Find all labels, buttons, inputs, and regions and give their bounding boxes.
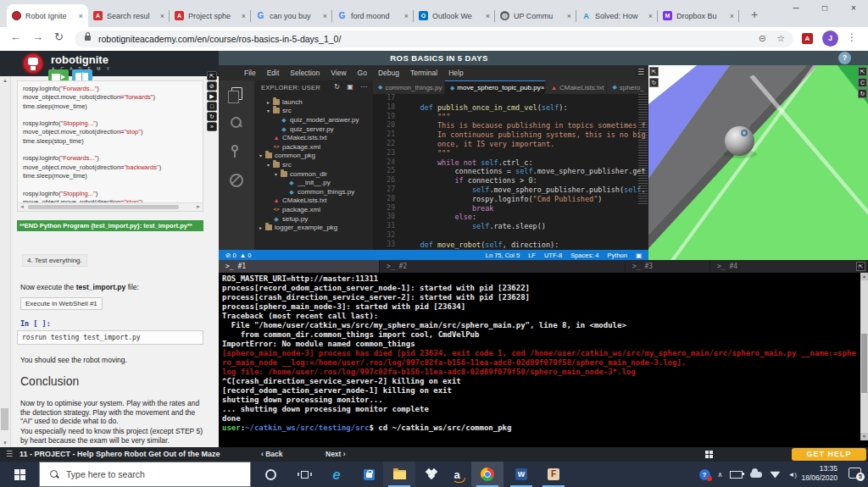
search-icon[interactable] bbox=[230, 116, 243, 130]
close-icon[interactable]: × bbox=[404, 12, 409, 20]
store-icon[interactable] bbox=[353, 462, 385, 487]
onedrive-icon[interactable] bbox=[750, 472, 762, 478]
browser-tab[interactable]: ASolved: How× bbox=[576, 4, 658, 27]
help-button[interactable]: ? bbox=[838, 52, 851, 64]
close-icon[interactable]: × bbox=[730, 12, 734, 20]
history-icon[interactable]: ▶ bbox=[207, 91, 217, 101]
scroll-up-icon[interactable]: ▲ bbox=[860, 273, 868, 280]
close-icon[interactable]: × bbox=[567, 12, 571, 20]
maximize-button[interactable]: □ bbox=[810, 0, 839, 19]
unit-list-icon[interactable]: ☰ bbox=[6, 450, 13, 458]
tree-item[interactable]: ▸logger_example_pkg bbox=[254, 223, 373, 232]
scroll-down-icon[interactable]: ▼ bbox=[0, 440, 10, 445]
browser-menu-icon[interactable]: ⋮ bbox=[847, 31, 857, 43]
notebook-scrollbar[interactable]: ▲ ▼ bbox=[0, 76, 11, 447]
chrome-icon[interactable] bbox=[471, 462, 504, 487]
close-icon[interactable]: × bbox=[541, 84, 545, 91]
scroll-left-icon[interactable]: ◄ bbox=[19, 204, 25, 209]
menu-item-terminal[interactable]: Terminal bbox=[410, 69, 437, 77]
scrollbar-thumb[interactable] bbox=[28, 205, 179, 209]
files-icon[interactable] bbox=[231, 87, 242, 100]
tree-item[interactable]: ◆common_things.py bbox=[254, 187, 373, 196]
browser-tab[interactable]: AProject sphe× bbox=[170, 4, 251, 27]
command-cell[interactable]: rosrun testing test_import.py bbox=[17, 330, 203, 345]
editor-tab[interactable]: ▲CMakeLists.txt bbox=[546, 80, 607, 94]
tree-item[interactable]: <>package.xml bbox=[254, 142, 373, 152]
file-explorer-icon[interactable] bbox=[383, 462, 415, 487]
web-shell-terminal[interactable]: ROS_MASTER_URI=http://master:11311proces… bbox=[219, 273, 868, 447]
menu-item-go[interactable]: Go bbox=[358, 69, 367, 77]
expand-icon[interactable]: ⇱ bbox=[649, 67, 659, 76]
tree-item[interactable]: ▾common_dir bbox=[254, 169, 373, 179]
reload-icon[interactable]: ↻ bbox=[54, 30, 64, 43]
editor-tab[interactable]: ◆common_things.py bbox=[373, 80, 445, 94]
gazebo-sim-view[interactable]: ⇱ ↻ ⇱ C ↻ bbox=[648, 65, 868, 260]
editor-tab[interactable]: ◆move_sphero_topic_pub.py × bbox=[445, 80, 546, 94]
status-item[interactable]: Python bbox=[608, 252, 627, 259]
layout-icon[interactable]: ▣ bbox=[636, 252, 642, 259]
scroll-down-icon[interactable]: ▼ bbox=[860, 433, 868, 440]
terminal-tab[interactable]: >_ #4 bbox=[710, 260, 868, 273]
rotate-icon[interactable]: C bbox=[858, 78, 867, 87]
hide-icon[interactable]: ⊘ bbox=[207, 81, 217, 91]
browser-tab[interactable]: ASearch resul× bbox=[88, 4, 170, 27]
task-view-icon[interactable] bbox=[288, 462, 320, 487]
scroll-up-icon[interactable]: ▲ bbox=[0, 78, 10, 83]
battery-icon[interactable] bbox=[730, 471, 743, 479]
tree-item[interactable]: ◆setup.py bbox=[254, 214, 373, 224]
code-editor[interactable]: 1718 def publish_once_in_cmd_vel(self):1… bbox=[373, 94, 648, 250]
explorer-actions[interactable]: ↻ ▣ ⋯ bbox=[334, 83, 370, 91]
pdf-extension-icon[interactable]: A bbox=[802, 33, 813, 44]
profile-avatar[interactable]: J bbox=[822, 30, 838, 47]
forward-all-icon[interactable]: » bbox=[207, 122, 217, 131]
bookmark-star-icon[interactable]: ☆ bbox=[776, 33, 785, 44]
new-tab-button[interactable]: + bbox=[746, 7, 763, 24]
menu-item-view[interactable]: View bbox=[331, 69, 346, 77]
forward-icon[interactable]: → bbox=[32, 30, 43, 43]
editor-tab[interactable]: ◆sphero_ bbox=[607, 80, 648, 94]
apps-grid-icon[interactable] bbox=[705, 451, 713, 458]
scrollbar-thumb[interactable] bbox=[1, 408, 8, 430]
tree-item[interactable]: ◆quiz_server.py bbox=[254, 125, 373, 134]
menu-item-edit[interactable]: Edit bbox=[267, 69, 280, 77]
tree-item[interactable]: ◆quiz_model_answer.py bbox=[254, 115, 373, 125]
chevron-up-icon[interactable]: ∧ bbox=[718, 471, 723, 479]
amazon-icon[interactable]: a bbox=[441, 462, 473, 487]
cortana-icon[interactable] bbox=[254, 462, 287, 487]
browser-tab[interactable]: Gcan you buy× bbox=[251, 4, 332, 27]
expand-icon[interactable]: ⇱ bbox=[207, 71, 217, 80]
taskbar-clock[interactable]: 13:35 18/06/2020 bbox=[793, 464, 837, 483]
browser-tab[interactable]: OOutlook We× bbox=[414, 4, 495, 27]
tree-item[interactable]: ▾src bbox=[254, 160, 373, 169]
terminal-tab[interactable]: >_ #3 bbox=[626, 260, 710, 273]
browser-tab[interactable]: Robot Ignite× bbox=[7, 4, 88, 27]
menu-item-debug[interactable]: Debug bbox=[378, 69, 399, 77]
close-icon[interactable]: × bbox=[160, 12, 164, 20]
close-button[interactable]: × bbox=[839, 0, 868, 19]
browser-tab[interactable]: MDropbox Bu× bbox=[658, 4, 739, 27]
tree-item[interactable]: ▲CMakeLists.txt bbox=[254, 196, 373, 206]
menu-item-file[interactable]: File bbox=[244, 69, 256, 77]
close-icon[interactable]: × bbox=[242, 12, 246, 20]
tree-item[interactable]: ▸launch bbox=[254, 97, 373, 107]
tree-item[interactable]: ▾common_pkg bbox=[254, 152, 373, 161]
menu-item-selection[interactable]: Selection bbox=[290, 69, 320, 77]
refresh-icon[interactable]: ↻ bbox=[858, 89, 867, 98]
word-icon[interactable]: W bbox=[505, 462, 537, 487]
browser-tab[interactable]: Gford moond× bbox=[332, 4, 414, 27]
status-item[interactable]: LF bbox=[528, 252, 536, 259]
omnibox[interactable]: robotigniteacademy.com/en/course/ros-bas… bbox=[75, 30, 793, 47]
close-icon[interactable]: × bbox=[79, 12, 83, 20]
zoom-icon[interactable]: ⊝ bbox=[759, 33, 766, 44]
minimap[interactable] bbox=[638, 94, 648, 204]
wifi-icon[interactable] bbox=[770, 471, 780, 479]
stop-icon[interactable]: □ bbox=[207, 102, 217, 111]
debug-disabled-icon[interactable] bbox=[230, 174, 243, 187]
start-icon[interactable] bbox=[0, 462, 39, 487]
status-item[interactable]: UTF-8 bbox=[544, 252, 562, 259]
tree-item[interactable]: ▾src bbox=[254, 107, 373, 116]
code-hscrollbar[interactable]: ◄ ► bbox=[18, 202, 203, 211]
help-tray-icon[interactable]: ? bbox=[699, 469, 710, 480]
expand-icon[interactable]: ⇱ bbox=[856, 262, 865, 271]
taskbar-search[interactable]: Type here to search bbox=[39, 462, 251, 487]
